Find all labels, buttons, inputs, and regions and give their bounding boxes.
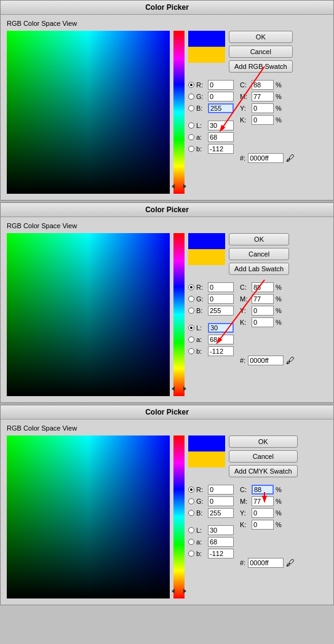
input-blab-3[interactable] xyxy=(208,549,234,559)
radio-blab-2[interactable] xyxy=(188,348,194,354)
input-r-3[interactable] xyxy=(208,485,234,495)
radio-a-2[interactable] xyxy=(188,336,194,343)
label-b-1: B: xyxy=(196,105,206,112)
input-y-3[interactable] xyxy=(252,508,274,518)
input-a-1[interactable] xyxy=(208,132,234,142)
radio-g-3[interactable] xyxy=(188,498,194,504)
label-r-1: R: xyxy=(196,81,206,89)
hue-strip-2[interactable] xyxy=(173,233,185,396)
input-y-1[interactable] xyxy=(252,103,274,113)
hex-input-1[interactable] xyxy=(248,153,284,163)
thumb-right-arrow-2 xyxy=(183,386,186,391)
input-y-2[interactable] xyxy=(252,306,274,316)
radio-r-3[interactable] xyxy=(188,487,194,493)
radio-g-1[interactable] xyxy=(188,93,194,100)
color-gradient-2[interactable] xyxy=(7,233,170,396)
preview-old-3 xyxy=(188,451,225,467)
radio-l-1[interactable] xyxy=(188,122,194,129)
label-l-1: L: xyxy=(196,122,206,129)
color-preview-2 xyxy=(188,233,225,265)
preview-new-3 xyxy=(188,435,225,451)
cancel-button-1[interactable]: Cancel xyxy=(229,46,293,58)
hue-thumb-1[interactable] xyxy=(172,184,186,189)
add-swatch-button-3[interactable]: Add CMYK Swatch xyxy=(229,465,298,477)
label-g-1: G: xyxy=(196,93,206,100)
hue-thumb-3[interactable] xyxy=(172,589,186,594)
input-b-3[interactable] xyxy=(208,508,234,518)
label-m-2: M: xyxy=(240,295,250,303)
input-m-3[interactable] xyxy=(252,496,274,506)
input-k-3[interactable] xyxy=(252,520,274,530)
percent-k-2: % xyxy=(276,319,282,326)
cancel-button-2[interactable]: Cancel xyxy=(229,248,289,260)
input-l-3[interactable] xyxy=(208,525,234,535)
radio-a-3[interactable] xyxy=(188,539,194,545)
window-title-1: Color Picker xyxy=(1,1,333,15)
eyedropper-icon-2[interactable]: 🖋 xyxy=(286,356,295,365)
input-r-2[interactable] xyxy=(208,282,234,292)
label-m-3: M: xyxy=(240,498,250,505)
hue-strip-1[interactable] xyxy=(173,31,185,194)
radio-a-1[interactable] xyxy=(188,134,194,140)
add-swatch-button-2[interactable]: Add Lab Swatch xyxy=(229,263,289,275)
label-c-2: C: xyxy=(240,284,250,291)
radio-r-2[interactable] xyxy=(188,284,194,290)
window-title-2: Color Picker xyxy=(1,203,333,217)
radio-b-3[interactable] xyxy=(188,510,194,516)
radio-b-1[interactable] xyxy=(188,105,194,111)
input-k-2[interactable] xyxy=(252,317,274,327)
cancel-button-3[interactable]: Cancel xyxy=(229,450,298,463)
rgb-space-label-2: RGB Color Space View xyxy=(7,222,327,229)
radio-l-3[interactable] xyxy=(188,527,194,533)
input-c-3[interactable] xyxy=(252,485,274,495)
percent-y-1: % xyxy=(276,105,282,112)
input-c-1[interactable] xyxy=(252,80,274,90)
radio-g-2[interactable] xyxy=(188,296,194,302)
input-k-1[interactable] xyxy=(252,115,274,125)
rgb-space-label-1: RGB Color Space View xyxy=(7,20,327,27)
color-picker-window-2: Color Picker RGB Color Space View xyxy=(0,202,334,403)
label-r-2: R: xyxy=(196,284,206,291)
eyedropper-icon-1[interactable]: 🖋 xyxy=(286,153,295,163)
preview-new-1 xyxy=(188,31,225,47)
input-b-1[interactable] xyxy=(208,103,234,113)
input-r-1[interactable] xyxy=(208,80,234,90)
input-blab-2[interactable] xyxy=(208,346,234,356)
label-a-2: a: xyxy=(196,336,206,343)
input-m-1[interactable] xyxy=(252,92,274,101)
input-m-2[interactable] xyxy=(252,294,274,304)
hue-strip-3[interactable] xyxy=(173,435,185,598)
add-swatch-button-1[interactable]: Add RGB Swatch xyxy=(229,60,293,73)
color-gradient-3[interactable] xyxy=(7,435,170,598)
input-g-3[interactable] xyxy=(208,496,234,506)
hex-input-2[interactable] xyxy=(248,356,284,365)
input-b-2[interactable] xyxy=(208,306,234,316)
ok-button-2[interactable]: OK xyxy=(229,233,289,245)
hue-thumb-2[interactable] xyxy=(172,386,186,391)
label-k-3: K: xyxy=(240,521,250,528)
ok-button-1[interactable]: OK xyxy=(229,31,293,43)
input-blab-1[interactable] xyxy=(208,144,234,154)
percent-y-3: % xyxy=(276,509,282,517)
input-l-1[interactable] xyxy=(208,121,234,130)
radio-l-2[interactable] xyxy=(188,325,194,331)
radio-b-2[interactable] xyxy=(188,308,194,314)
input-a-2[interactable] xyxy=(208,335,234,344)
color-gradient-1[interactable] xyxy=(7,31,170,194)
input-g-1[interactable] xyxy=(208,92,234,101)
eyedropper-icon-3[interactable]: 🖋 xyxy=(286,558,295,568)
ok-button-3[interactable]: OK xyxy=(229,435,298,448)
label-y-2: Y: xyxy=(240,307,250,314)
input-a-3[interactable] xyxy=(208,537,234,547)
input-l-2[interactable] xyxy=(208,323,234,333)
input-g-2[interactable] xyxy=(208,294,234,304)
label-b-2: B: xyxy=(196,307,206,314)
percent-y-2: % xyxy=(276,307,282,314)
hex-label-2: #: xyxy=(240,357,245,364)
hex-input-3[interactable] xyxy=(248,558,284,568)
label-g-2: G: xyxy=(196,295,206,303)
radio-r-1[interactable] xyxy=(188,82,194,88)
radio-blab-3[interactable] xyxy=(188,551,194,557)
input-c-2[interactable] xyxy=(252,282,274,292)
radio-blab-1[interactable] xyxy=(188,146,194,152)
